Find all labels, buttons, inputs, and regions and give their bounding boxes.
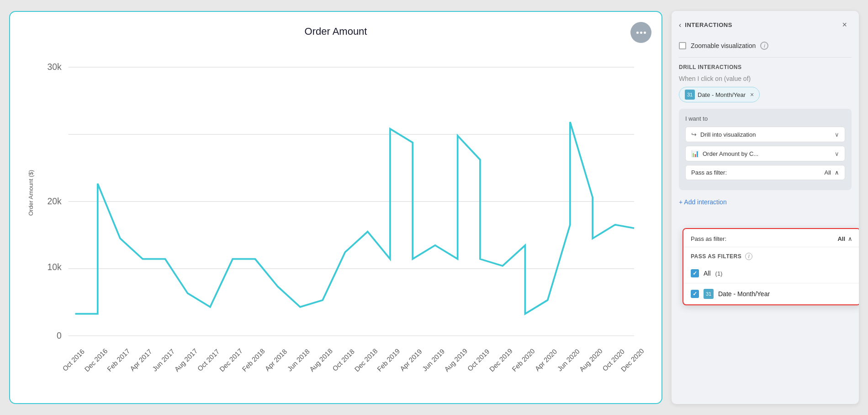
popup-pass-label: Pass as filter: [691,235,726,242]
svg-text:Apr 2020: Apr 2020 [533,347,558,372]
chart-menu-button[interactable] [630,22,651,43]
svg-text:30k: 30k [47,62,62,72]
svg-text:Aug 2018: Aug 2018 [308,347,334,373]
drill-section-label: DRILL INTERACTIONS [679,64,852,70]
popup-all-up[interactable]: All ∧ [837,235,852,242]
zoomable-row: Zoomable visualization i [679,37,852,58]
svg-text:20k: 20k [47,196,62,206]
chart-icon: 📊 [691,150,699,157]
svg-text:Apr 2019: Apr 2019 [398,347,423,372]
date-tag-close-button[interactable]: × [750,91,754,98]
drill-dropdown[interactable]: ↪ Drill into visualization ∨ [685,127,845,142]
svg-text:10k: 10k [47,262,62,272]
svg-text:Dec 2017: Dec 2017 [218,347,244,373]
date-tag-label: Date - Month/Year [698,91,746,98]
y-axis-label: Order Amount ($) [24,47,34,339]
i-want-box: I want to ↪ Drill into visualization ∨ 📊… [679,109,852,190]
add-interaction-button[interactable]: + Add interaction [679,195,727,209]
svg-text:Feb 2017: Feb 2017 [106,347,132,373]
popup-all-text: All [837,235,845,242]
all-item-label: All [704,270,711,277]
svg-text:Oct 2018: Oct 2018 [331,347,356,372]
svg-text:Dec 2016: Dec 2016 [83,347,109,373]
pass-filter-label: Pass as filter: [691,169,821,176]
svg-text:Jun 2019: Jun 2019 [421,347,446,373]
svg-text:Aug 2019: Aug 2019 [443,347,469,373]
date-tag-icon: 31 [685,90,695,100]
svg-text:Apr 2018: Apr 2018 [263,347,288,372]
add-interaction-label: + Add interaction [679,198,727,206]
popup-header: Pass as filter: All ∧ [683,229,859,247]
popup-date-icon: 31 [704,289,714,299]
svg-text:Jun 2020: Jun 2020 [556,347,581,373]
zoomable-info-icon[interactable]: i [760,42,768,50]
pass-filter-chevron: ∧ [835,169,839,176]
svg-text:Oct 2016: Oct 2016 [61,347,86,372]
chart-dropdown-text: Order Amount by C... [703,150,831,157]
svg-text:0: 0 [57,330,62,341]
i-want-label: I want to [685,115,845,122]
pass-filter-row[interactable]: Pass as filter: All ∧ [685,165,845,180]
drill-dropdown-chevron: ∨ [835,131,839,138]
chart-title: Order Amount [24,26,648,37]
popup-info-icon[interactable]: i [745,253,752,260]
chart-dropdown[interactable]: 📊 Order Amount by C... ∨ [685,146,845,161]
popup-date-item[interactable]: 31 Date - Month/Year [683,283,859,304]
svg-text:Dec 2018: Dec 2018 [353,347,379,373]
chart-dropdown-chevron: ∨ [835,150,839,157]
svg-text:Aug 2020: Aug 2020 [578,347,604,373]
popup-chevron-up: ∧ [848,235,852,242]
drill-dropdown-text: Drill into visualization [700,131,831,138]
svg-text:Jun 2018: Jun 2018 [286,347,311,373]
sidebar-panel: ‹ INTERACTIONS × Zoomable visualization … [672,11,859,404]
pass-filters-popup: Pass as filter: All ∧ PASS AS FILTERS i … [683,228,859,305]
svg-text:Feb 2020: Feb 2020 [510,347,536,373]
popup-all-item[interactable]: All (1) [683,264,859,283]
svg-text:Aug 2017: Aug 2017 [173,347,199,373]
chart-panel: Order Amount Order Amount ($) [9,11,662,404]
date-tag: 31 Date - Month/Year × [679,87,760,102]
svg-text:Oct 2019: Oct 2019 [466,347,491,372]
popup-section-label: PASS AS FILTERS i [683,247,859,264]
date-item-label: Date - Month/Year [718,290,770,298]
when-click-label: When I click on (value of) [679,75,852,82]
pass-filter-value: All [825,169,831,176]
svg-text:Oct 2017: Oct 2017 [196,347,221,372]
drill-icon: ↪ [691,131,697,138]
chart-svg: 30k 20k 10k 0 Oct 2016 Dec 2016 Feb 2017… [34,47,648,415]
sidebar-title: INTERACTIONS [685,21,732,28]
svg-text:Apr 2017: Apr 2017 [128,347,153,372]
sidebar-header: ‹ INTERACTIONS × [672,11,859,37]
svg-text:Dec 2019: Dec 2019 [488,347,514,373]
all-item-count: (1) [715,270,723,277]
close-button[interactable]: × [839,19,850,31]
zoomable-label: Zoomable visualization [691,42,756,49]
date-checkbox[interactable] [691,290,699,298]
svg-text:Feb 2018: Feb 2018 [240,347,266,373]
svg-text:Feb 2019: Feb 2019 [376,347,402,373]
zoomable-checkbox[interactable] [679,42,686,49]
svg-text:Jun 2017: Jun 2017 [151,347,176,373]
back-button[interactable]: ‹ [679,21,681,29]
all-checkbox[interactable] [691,269,699,277]
